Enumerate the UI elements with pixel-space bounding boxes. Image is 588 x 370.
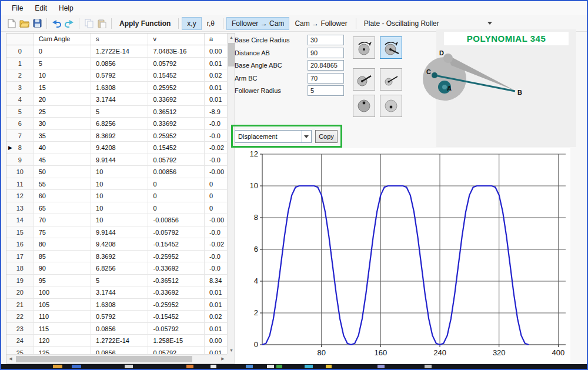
grid-cell[interactable]: 0 — [205, 178, 228, 190]
row-header-cell[interactable]: 14 — [6, 214, 34, 226]
table-row[interactable]: 1050100.00856-0.00 — [6, 166, 228, 178]
grid-cell[interactable]: 115 — [34, 323, 91, 335]
grid-cell[interactable]: 10 — [91, 166, 148, 178]
row-header-cell[interactable]: 9 — [6, 154, 34, 166]
grid-cell[interactable]: -0.02 — [205, 238, 228, 250]
grid-cell[interactable]: -0.15452 — [148, 238, 204, 250]
grid-cell[interactable]: 0.5792 — [91, 311, 148, 322]
row-header-cell[interactable]: 22 — [6, 311, 34, 322]
vertical-scroll-thumb[interactable] — [228, 43, 235, 66]
grid-cell[interactable]: -0.0 — [205, 118, 228, 129]
grid-cell[interactable]: 40 — [34, 142, 91, 154]
grid-cell[interactable]: -0.0 — [205, 226, 228, 238]
grid-cell[interactable]: -0.05792 — [148, 226, 204, 238]
plot-quantity-dropdown[interactable]: Displacement — [235, 130, 312, 143]
grid-cell[interactable]: 0.01 — [205, 94, 228, 105]
grid-cell[interactable]: 50 — [34, 166, 91, 178]
taskbar-app-icon[interactable] — [326, 365, 332, 368]
grid-cell[interactable]: 9.4208 — [91, 238, 148, 250]
grid-cell[interactable]: -0.00 — [205, 214, 228, 226]
table-row[interactable]: 52550.36512-8.9 — [6, 106, 228, 118]
row-header-cell[interactable]: 21 — [6, 299, 34, 311]
cam-to-follower-button[interactable]: Cam → Follower — [289, 17, 352, 30]
grid-cell[interactable]: -0.05792 — [148, 323, 204, 335]
grid-cell[interactable]: 120 — [34, 335, 91, 346]
taskbar-app-icon[interactable] — [425, 365, 432, 368]
row-header-cell[interactable]: 6 — [6, 118, 34, 129]
column-header-a[interactable]: a — [205, 34, 228, 45]
grid-cell[interactable]: -0.00856 — [148, 214, 204, 226]
grid-cell[interactable]: 1.2722E-14 — [91, 335, 148, 346]
row-header-cell[interactable]: 4 — [6, 94, 34, 105]
dropdown-arrow-zone[interactable] — [301, 131, 311, 142]
grid-cell[interactable]: 10 — [91, 178, 148, 190]
taskbar-app-icon[interactable] — [267, 365, 274, 368]
grid-cell[interactable]: -0.0 — [205, 262, 228, 274]
scroll-down-icon[interactable]: ▼ — [228, 346, 235, 355]
grid-cell[interactable]: 0 — [148, 202, 204, 214]
grid-cell[interactable]: 60 — [34, 190, 91, 202]
table-row[interactable]: 147010-0.00856-0.00 — [6, 214, 228, 226]
table-row[interactable]: 241201.2722E-141.258E-150.00 — [6, 335, 228, 347]
row-header-cell[interactable]: 16 — [6, 238, 34, 250]
row-header-cell[interactable]: 7 — [6, 130, 34, 142]
table-row[interactable]: 251250.08560.057920.01 — [6, 347, 228, 355]
table-row[interactable]: 13651000 — [6, 202, 228, 215]
table-row[interactable]: ▶8409.42080.15452-0.02 — [6, 142, 228, 154]
vertical-scrollbar[interactable]: ▲ ▼ — [227, 34, 235, 355]
table-row[interactable]: 001.2722E-147.0483E-160.00 — [6, 45, 228, 58]
grid-cell[interactable]: 95 — [34, 275, 91, 286]
grid-cell[interactable]: 0.01 — [205, 82, 228, 94]
grid-cell[interactable]: -0.02 — [205, 142, 228, 154]
menu-edit[interactable]: Edit — [29, 2, 53, 15]
undo-icon[interactable] — [50, 17, 63, 30]
row-header-cell[interactable]: 2 — [6, 69, 34, 81]
grid-cell[interactable]: 10 — [91, 202, 148, 214]
grid-cell[interactable]: 8.34 — [205, 275, 228, 286]
grid-cell[interactable]: 0.15452 — [148, 69, 204, 81]
grid-cell[interactable]: 25 — [34, 106, 91, 118]
table-row[interactable]: 7358.36920.25952-0.0 — [6, 130, 228, 142]
table-row[interactable]: 11551000 — [6, 178, 228, 191]
table-row[interactable]: 18906.8256-0.33692-0.0 — [6, 262, 228, 275]
table-row[interactable]: 17858.3692-0.25952-0.0 — [6, 251, 228, 263]
base-angle-abc-field[interactable] — [308, 60, 344, 71]
open-icon[interactable] — [18, 17, 31, 30]
row-header-cell[interactable]: 10 — [6, 166, 34, 178]
grid-cell[interactable]: 0.0856 — [91, 347, 148, 355]
grid-cell[interactable]: -0.36512 — [148, 275, 204, 286]
table-row[interactable]: 9459.91440.05792-0.0 — [6, 154, 228, 166]
grid-cell[interactable]: 80 — [34, 238, 91, 250]
grid-cell[interactable]: 0 — [205, 190, 228, 202]
grid-cell[interactable]: 105 — [34, 299, 91, 311]
scroll-right-icon[interactable]: ▶ — [219, 355, 227, 363]
grid-cell[interactable]: 0.05792 — [148, 347, 204, 355]
grid-cell[interactable]: 9.4208 — [91, 142, 148, 154]
cam-type-dropdown[interactable]: Plate - Oscillating Roller — [359, 18, 497, 29]
row-header-cell[interactable]: 23 — [6, 323, 34, 335]
table-row[interactable]: 15759.9144-0.05792-0.0 — [6, 226, 228, 239]
cam-type-button-2[interactable] — [380, 36, 402, 59]
grid-cell[interactable]: -0.00 — [205, 166, 228, 178]
grid-cell[interactable]: -0.25952 — [148, 251, 204, 262]
row-header-cell[interactable]: 24 — [6, 335, 34, 346]
row-header-cell[interactable]: 15 — [6, 226, 34, 238]
cam-type-button-1[interactable] — [353, 36, 375, 59]
grid-cell[interactable]: 1.258E-15 — [148, 335, 204, 346]
column-header-s[interactable]: s — [91, 34, 148, 45]
grid-cell[interactable]: 8.3692 — [91, 251, 148, 262]
grid-cell[interactable]: -0.0 — [205, 251, 228, 262]
taskbar-app-icon[interactable] — [305, 365, 313, 368]
grid-cell[interactable]: 125 — [34, 347, 91, 355]
taskbar-app-icon[interactable] — [276, 365, 282, 368]
grid-cell[interactable]: 5 — [34, 58, 91, 69]
grid-cell[interactable]: 5 — [91, 106, 148, 118]
grid-cell[interactable]: 0.25952 — [148, 130, 204, 142]
grid-cell[interactable]: 6.8256 — [91, 262, 148, 274]
grid-cell[interactable]: 45 — [34, 154, 91, 166]
row-header-cell[interactable]: 0 — [6, 45, 34, 57]
row-header-cell[interactable]: 17 — [6, 251, 34, 262]
copy-icon[interactable] — [82, 17, 95, 30]
horizontal-scroll-thumb[interactable] — [16, 356, 192, 362]
grid-cell[interactable]: 0.00 — [205, 335, 228, 346]
